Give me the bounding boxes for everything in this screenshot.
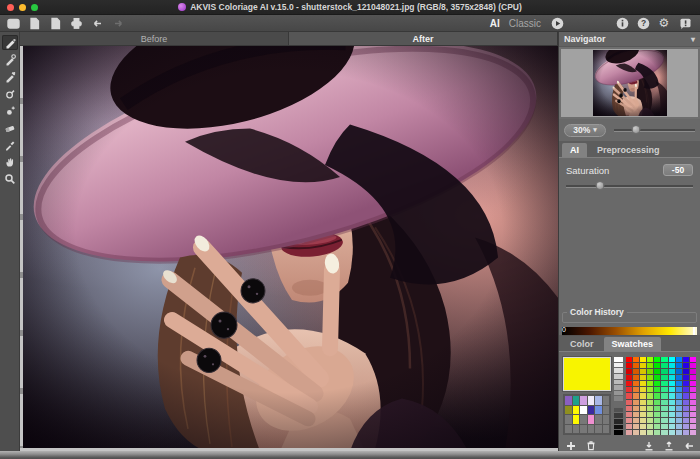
zoom-tool[interactable] <box>2 171 18 186</box>
palette-swatch[interactable] <box>654 412 660 417</box>
tab-after[interactable]: After <box>289 32 558 46</box>
swatch[interactable] <box>580 406 587 415</box>
palette-swatch[interactable] <box>626 412 632 417</box>
info-button[interactable] <box>615 17 629 30</box>
palette-swatch[interactable] <box>676 363 682 368</box>
save-swatches-button[interactable] <box>663 440 674 451</box>
swatch[interactable] <box>614 419 623 424</box>
palette-swatch[interactable] <box>661 406 667 411</box>
palette-swatch[interactable] <box>640 400 646 405</box>
swatch[interactable] <box>580 425 587 434</box>
palette-swatch[interactable] <box>626 406 632 411</box>
palette-swatch[interactable] <box>626 381 632 386</box>
palette-swatch[interactable] <box>654 369 660 374</box>
palette-swatch[interactable] <box>683 375 689 380</box>
palette-swatch[interactable] <box>676 424 682 429</box>
palette-swatch[interactable] <box>690 400 696 405</box>
palette-swatch[interactable] <box>669 424 675 429</box>
keep-color-pencil-tool[interactable] <box>2 52 18 67</box>
palette-swatch[interactable] <box>640 375 646 380</box>
palette-swatch[interactable] <box>661 375 667 380</box>
close-button[interactable] <box>7 4 14 11</box>
swatch[interactable] <box>614 380 623 385</box>
palette-swatch[interactable] <box>654 387 660 392</box>
current-color-well[interactable] <box>563 357 611 391</box>
palette-swatch[interactable] <box>654 357 660 362</box>
saturation-slider[interactable] <box>566 180 693 192</box>
palette-swatch[interactable] <box>640 369 646 374</box>
palette-swatch[interactable] <box>669 430 675 435</box>
palette-swatch[interactable] <box>640 424 646 429</box>
palette-swatch[interactable] <box>683 393 689 398</box>
palette-swatch[interactable] <box>626 375 632 380</box>
recent-files-button[interactable] <box>6 17 20 30</box>
palette-swatch[interactable] <box>633 430 639 435</box>
swatch[interactable] <box>614 413 623 418</box>
palette-swatch[interactable] <box>654 375 660 380</box>
palette-swatch[interactable] <box>640 357 646 362</box>
palette-swatch[interactable] <box>626 393 632 398</box>
chevron-down-icon[interactable]: ▾ <box>691 35 695 44</box>
palette-swatch[interactable] <box>647 393 653 398</box>
palette-swatch[interactable] <box>690 387 696 392</box>
palette-swatch[interactable] <box>669 400 675 405</box>
palette-swatch[interactable] <box>676 406 682 411</box>
delete-swatch-button[interactable] <box>585 440 596 451</box>
undo-button[interactable] <box>90 17 104 30</box>
palette-swatch[interactable] <box>640 406 646 411</box>
swatch[interactable] <box>573 425 580 434</box>
swatch[interactable] <box>614 385 623 390</box>
palette-swatch[interactable] <box>633 387 639 392</box>
hand-tool[interactable] <box>2 154 18 169</box>
swatch[interactable] <box>614 430 623 435</box>
palette-swatch[interactable] <box>661 387 667 392</box>
swatch[interactable] <box>614 363 623 368</box>
swatch[interactable] <box>588 406 595 415</box>
palette-swatch[interactable] <box>676 418 682 423</box>
swatch[interactable] <box>603 406 610 415</box>
swatch[interactable] <box>565 406 572 415</box>
palette-swatch[interactable] <box>640 387 646 392</box>
palette-swatch[interactable] <box>683 363 689 368</box>
help-button[interactable]: ? <box>636 17 650 30</box>
palette-swatch[interactable] <box>654 400 660 405</box>
magic-tube-tool[interactable] <box>2 103 18 118</box>
palette-swatch[interactable] <box>654 393 660 398</box>
zoom-slider[interactable] <box>614 124 695 136</box>
swatch[interactable] <box>595 406 602 415</box>
swatch[interactable] <box>614 425 623 430</box>
color-picker-tool[interactable] <box>2 137 18 152</box>
palette-swatch[interactable] <box>683 387 689 392</box>
zoom-slider-thumb[interactable] <box>631 125 640 134</box>
photo-canvas[interactable] <box>20 46 558 451</box>
saturation-slider-thumb[interactable] <box>596 181 605 190</box>
palette-swatch[interactable] <box>669 357 675 362</box>
palette-swatch[interactable] <box>676 369 682 374</box>
palette-swatch[interactable] <box>661 381 667 386</box>
palette-swatch[interactable] <box>633 406 639 411</box>
swatch[interactable] <box>588 396 595 405</box>
swatch[interactable] <box>614 357 623 362</box>
saturation-value[interactable]: -50 <box>663 164 693 176</box>
fullscreen-button[interactable] <box>31 4 38 11</box>
palette-swatch[interactable] <box>661 424 667 429</box>
palette-swatch[interactable] <box>683 412 689 417</box>
palette-swatch[interactable] <box>647 430 653 435</box>
swatch[interactable] <box>614 408 623 413</box>
swatch[interactable] <box>603 425 610 434</box>
redo-button[interactable] <box>111 17 125 30</box>
color-ramp[interactable]: 0 <box>562 327 697 335</box>
palette-swatch[interactable] <box>683 424 689 429</box>
palette-swatch[interactable] <box>647 387 653 392</box>
swatch[interactable] <box>603 396 610 405</box>
palette-swatch[interactable] <box>683 430 689 435</box>
swatch[interactable] <box>595 425 602 434</box>
palette-swatch[interactable] <box>640 393 646 398</box>
save-file-button[interactable] <box>48 17 62 30</box>
color-pencil-tool[interactable] <box>2 35 18 50</box>
swatch[interactable] <box>565 415 572 424</box>
palette-swatch[interactable] <box>690 406 696 411</box>
palette-swatch[interactable] <box>676 412 682 417</box>
swatch[interactable] <box>588 415 595 424</box>
palette-swatch[interactable] <box>633 412 639 417</box>
